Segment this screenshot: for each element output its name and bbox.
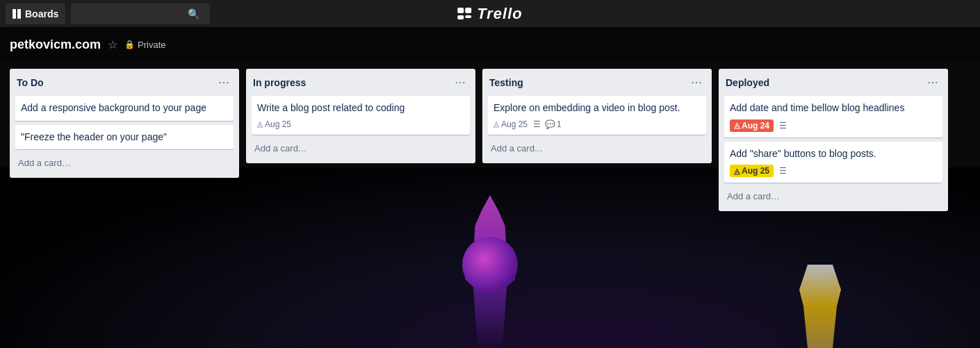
board-icon [13,9,21,19]
card-4-meta: ◬ Aug 25 ☰ 💬 1 [493,119,701,129]
trello-icon [457,6,473,22]
add-card-inprogress[interactable]: Add a card… [252,139,470,158]
card-5[interactable]: Add date and time bellow blog headlines … [724,96,942,138]
lock-icon: 🔒 [124,40,135,49]
card-2-title: "Freeze the header on your page" [21,131,167,142]
logo-text: Trello [477,5,523,23]
card-6-title: Add "share" buttons to blog posts. [730,148,876,159]
badge-clock-icon-5: ◬ [734,121,740,130]
card-4-title: Explore on embedding a video in blog pos… [493,102,680,113]
card-4-icons: ☰ 💬 1 [533,119,562,129]
card-3-date-text: Aug 25 [265,119,291,129]
add-card-inprogress-label: Add a card… [254,143,307,154]
card-3-date: ◬ Aug 25 [257,119,291,129]
comment-icon-4: 💬 1 [545,119,562,129]
list-title-todo: To Do [17,77,44,88]
lines-icon-6: ☰ [779,166,787,176]
list-menu-testing[interactable]: ⋯ [688,74,705,90]
list-menu-todo[interactable]: ⋯ [215,74,232,90]
card-5-badge-label: Aug 24 [742,121,769,131]
list-deployed: Deployed ⋯ Add date and time bellow blog… [719,69,948,211]
board-title: petkovicm.com [10,38,101,52]
search-input[interactable] [76,8,188,19]
clock-icon-3: ◬ [257,119,263,129]
background-sphere [462,237,518,292]
list-todo: To Do ⋯ Add a responsive background to y… [10,69,239,178]
add-card-deployed[interactable]: Add a card… [724,187,942,206]
card-1[interactable]: Add a responsive background to your page [15,96,234,121]
add-card-testing[interactable]: Add a card… [488,139,706,158]
boards-button[interactable]: Boards [6,3,65,24]
header-logo: Trello [457,5,523,23]
list-menu-deployed[interactable]: ⋯ [924,74,941,90]
card-6[interactable]: Add "share" buttons to blog posts. ◬ Aug… [724,142,942,183]
board-content: To Do ⋯ Add a responsive background to y… [0,62,980,218]
card-4-comment-count: 1 [557,119,562,129]
add-card-deployed-label: Add a card… [727,191,780,201]
list-title-testing: Testing [489,77,523,88]
comment-bubble-icon: 💬 [545,119,555,129]
list-header-inprogress: In progress ⋯ [252,74,470,90]
card-5-badge[interactable]: ◬ Aug 24 [730,119,774,132]
search-box: 🔍 [71,3,210,24]
list-testing: Testing ⋯ Explore on embedding a video i… [482,69,712,163]
lines-icon-4: ☰ [533,119,541,129]
card-4[interactable]: Explore on embedding a video in blog pos… [488,96,706,135]
boards-label: Boards [25,8,58,19]
list-title-inprogress: In progress [253,77,306,88]
list-title-deployed: Deployed [726,77,769,88]
card-3-meta: ◬ Aug 25 [257,119,464,129]
privacy-label: Private [138,40,165,50]
card-5-title: Add date and time bellow blog headlines [730,102,904,113]
card-6-meta: ◬ Aug 25 ☰ [730,165,937,177]
add-card-todo[interactable]: Add a card… [15,154,234,172]
search-icon: 🔍 [188,8,199,19]
clock-icon-4: ◬ [493,119,499,129]
lines-icon-5: ☰ [779,121,787,131]
card-2[interactable]: "Freeze the header on your page" [15,125,234,150]
add-card-testing-label: Add a card… [491,143,544,154]
card-6-badge-label: Aug 25 [742,166,769,176]
card-4-date: ◬ Aug 25 [493,119,528,129]
list-inprogress: In progress ⋯ Write a blog post related … [246,69,475,163]
main-header: Boards 🔍 Trello [0,0,980,27]
board-header: petkovicm.com ☆ 🔒 Private [0,27,980,62]
card-5-meta: ◬ Aug 24 ☰ [730,119,937,132]
card-4-date-text: Aug 25 [501,119,528,129]
add-card-todo-label: Add a card… [18,158,71,168]
card-6-badge[interactable]: ◬ Aug 25 [730,165,774,177]
card-1-title: Add a responsive background to your page [21,102,206,113]
star-icon[interactable]: ☆ [108,38,117,51]
list-header-todo: To Do ⋯ [15,74,234,90]
list-header-deployed: Deployed ⋯ [724,74,942,90]
list-header-testing: Testing ⋯ [488,74,706,90]
badge-clock-icon-6: ◬ [734,167,740,176]
list-menu-inprogress[interactable]: ⋯ [452,74,468,90]
card-3-title: Write a blog post related to coding [257,102,405,113]
privacy-badge: 🔒 Private [124,40,165,50]
card-3[interactable]: Write a blog post related to coding ◬ Au… [252,96,470,135]
